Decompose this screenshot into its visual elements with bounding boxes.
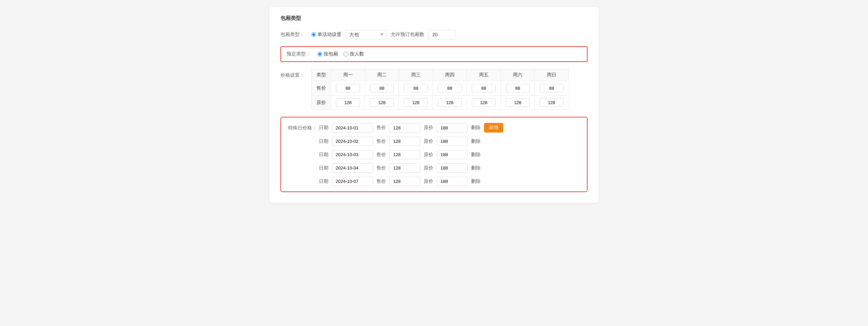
orig-input-3[interactable] xyxy=(437,150,468,159)
col-fri: 周五 xyxy=(467,69,501,81)
delete-btn-1[interactable]: 删除 xyxy=(471,125,481,131)
col-wed: 周三 xyxy=(399,69,433,81)
orig-mon-input[interactable] xyxy=(336,98,360,107)
card-title: 包厢类型 xyxy=(280,15,588,22)
orig-sat xyxy=(501,96,535,110)
sale-price-type: 售价 xyxy=(312,81,331,96)
orig-label-2: 原价 xyxy=(424,138,433,145)
original-price-type: 原价 xyxy=(312,96,331,110)
original-price-row: 原价 xyxy=(312,96,569,110)
reservation-type-label: 预定类型： xyxy=(287,51,317,57)
reservation-type-group: 按包厢 按人数 xyxy=(317,51,364,57)
orig-thu xyxy=(433,96,467,110)
orig-fri-input[interactable] xyxy=(472,98,496,107)
single-activity-radio[interactable]: 单活动设置 xyxy=(311,32,341,38)
orig-input-2[interactable] xyxy=(437,137,468,146)
sale-mon xyxy=(331,81,365,96)
sale-tue xyxy=(365,81,399,96)
sale-thu xyxy=(433,81,467,96)
package-type-content: 单活动设置 大包 中包 小包 允许预订包厢数 xyxy=(311,30,456,39)
orig-input-5[interactable] xyxy=(437,177,468,186)
by-box-label: 按包厢 xyxy=(324,51,338,57)
single-activity-label: 单活动设置 xyxy=(317,32,341,38)
special-row-5: 日期 售价 原价 删除 xyxy=(319,177,580,186)
special-price-label: 特殊日价格： xyxy=(288,123,319,131)
sale-tue-input[interactable] xyxy=(370,84,394,92)
orig-sat-input[interactable] xyxy=(506,98,530,107)
date-label-2: 日期 xyxy=(319,138,328,145)
sale-mon-input[interactable] xyxy=(336,84,360,92)
date-label-1: 日期 xyxy=(319,125,328,131)
delete-btn-3[interactable]: 删除 xyxy=(471,152,481,158)
sale-sat-input[interactable] xyxy=(506,84,530,92)
by-box-radio-item[interactable]: 按包厢 xyxy=(317,51,338,57)
sale-fri xyxy=(467,81,501,96)
date-label-3: 日期 xyxy=(319,152,328,158)
orig-tue-input[interactable] xyxy=(370,98,394,107)
package-size-select[interactable]: 大包 中包 小包 xyxy=(346,30,387,39)
sale-wed-input[interactable] xyxy=(404,84,428,92)
col-sat: 周六 xyxy=(501,69,535,81)
special-row-2: 日期 售价 原价 删除 xyxy=(319,137,580,146)
orig-label-5: 原价 xyxy=(424,178,433,185)
price-table: 类型 周一 周二 周三 周四 周五 周六 周日 售价 xyxy=(311,69,569,110)
date-input-5[interactable] xyxy=(332,177,373,186)
sale-input-2[interactable] xyxy=(389,137,420,146)
sale-label-2: 售价 xyxy=(376,138,386,145)
sale-sat xyxy=(501,81,535,96)
orig-label-3: 原价 xyxy=(424,152,433,158)
date-input-3[interactable] xyxy=(332,150,373,159)
sale-wed xyxy=(399,81,433,96)
price-section: 价格设置： 类型 周一 周二 周三 周四 周五 周六 周日 售价 xyxy=(280,69,588,110)
orig-input-4[interactable] xyxy=(437,163,468,173)
add-button[interactable]: 新增 xyxy=(484,123,503,133)
orig-thu-input[interactable] xyxy=(438,98,462,107)
reservation-type-section: 预定类型： 按包厢 按人数 xyxy=(280,46,588,62)
col-thu: 周四 xyxy=(433,69,467,81)
date-input-2[interactable] xyxy=(332,137,373,146)
col-tue: 周二 xyxy=(365,69,399,81)
orig-wed-input[interactable] xyxy=(404,98,428,107)
col-sun: 周日 xyxy=(535,69,569,81)
orig-sun xyxy=(535,96,569,110)
allow-count-input[interactable] xyxy=(429,30,456,39)
col-mon: 周一 xyxy=(331,69,365,81)
delete-btn-4[interactable]: 删除 xyxy=(471,165,481,171)
special-row-4: 日期 售价 原价 删除 xyxy=(319,163,580,173)
sale-label-3: 售价 xyxy=(376,152,386,158)
orig-mon xyxy=(331,96,365,110)
sale-input-1[interactable] xyxy=(389,123,420,133)
main-card: 包厢类型 包厢类型： 单活动设置 大包 中包 小包 允许预订包厢数 预定类型： … xyxy=(269,7,599,203)
date-label-5: 日期 xyxy=(319,178,328,185)
sale-fri-input[interactable] xyxy=(472,84,496,92)
sale-label-5: 售价 xyxy=(376,178,386,185)
special-price-content: 日期 售价 原价 删除 新增 日期 售价 原价 删除 日期 xyxy=(319,123,580,186)
sale-input-4[interactable] xyxy=(389,163,420,173)
delete-btn-2[interactable]: 删除 xyxy=(471,138,481,145)
price-label: 价格设置： xyxy=(280,69,311,78)
special-price-section: 特殊日价格： 日期 售价 原价 删除 新增 日期 售价 原价 删 xyxy=(280,117,588,192)
date-input-4[interactable] xyxy=(332,163,373,173)
orig-wed xyxy=(399,96,433,110)
allow-label: 允许预订包厢数 xyxy=(391,32,424,38)
package-type-row: 包厢类型： 单活动设置 大包 中包 小包 允许预订包厢数 xyxy=(280,30,588,39)
date-label-4: 日期 xyxy=(319,165,328,171)
sale-label-4: 售价 xyxy=(376,165,386,171)
delete-btn-5[interactable]: 删除 xyxy=(471,178,481,185)
orig-tue xyxy=(365,96,399,110)
orig-input-1[interactable] xyxy=(437,123,468,133)
sale-sun-input[interactable] xyxy=(540,84,564,92)
package-type-label: 包厢类型： xyxy=(280,32,311,38)
sale-thu-input[interactable] xyxy=(438,84,462,92)
orig-label-4: 原价 xyxy=(424,165,433,171)
sale-label-1: 售价 xyxy=(376,125,386,131)
sale-sun xyxy=(535,81,569,96)
special-row-1: 日期 售价 原价 删除 新增 xyxy=(319,123,580,133)
date-input-1[interactable] xyxy=(332,123,373,133)
sale-input-5[interactable] xyxy=(389,177,420,186)
sale-input-3[interactable] xyxy=(389,150,420,159)
orig-fri xyxy=(467,96,501,110)
sale-price-row: 售价 xyxy=(312,81,569,96)
orig-sun-input[interactable] xyxy=(540,98,564,107)
by-person-radio-item[interactable]: 按人数 xyxy=(343,51,364,57)
